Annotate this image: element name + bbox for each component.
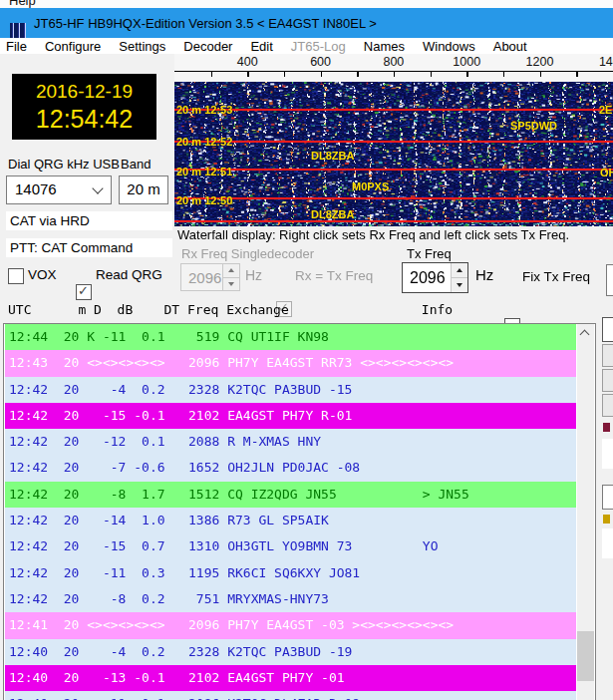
background-help-menu[interactable]: Help (0, 0, 613, 8)
scale-label: 1000 (453, 55, 480, 69)
waterfall-callsign-label: 20 m 12:51 (176, 166, 232, 177)
menu-file[interactable]: File (0, 39, 36, 54)
rx-freq-spinner: 2096 (180, 263, 240, 291)
cutoff-label-fragment (603, 423, 610, 432)
cutoff-button[interactable] (602, 317, 613, 342)
cutoff-field[interactable] (602, 439, 613, 469)
tx-spin-buttons[interactable] (451, 263, 467, 292)
decode-row[interactable]: 12:42 20 -15 -0.1 2102 EA4GST PH7Y R-01 (5, 403, 576, 429)
decode-row[interactable]: 12:42 20 -11 0.3 1195 RK6CI SQ6KXY JO81 (5, 560, 576, 586)
menu-settings[interactable]: Settings (110, 39, 174, 54)
waterfall-callsign-label: 2E0V (599, 104, 613, 116)
dial-qrg-combobox[interactable]: 14076 (6, 175, 112, 204)
vox-checkbox[interactable]: ✓ (8, 268, 24, 284)
rx-freq-label: Rx Freq Singledecoder (181, 246, 314, 261)
chevron-down-icon (92, 182, 103, 193)
cutoff-button[interactable] (606, 264, 613, 296)
scale-tick (503, 71, 505, 77)
scrollbar-up-button[interactable] (577, 324, 594, 341)
menu-edit[interactable]: Edit (241, 39, 281, 54)
menu-configure[interactable]: Configure (36, 39, 110, 54)
menu-names[interactable]: Names (355, 39, 414, 54)
spin-up-icon (457, 268, 462, 272)
titlebar: JT65-HF HB9HQX-Edition Version 3.5 < EA4… (0, 8, 613, 38)
app-icon (10, 23, 26, 39)
cutoff-field[interactable] (602, 528, 613, 558)
rx-freq-value: 2096 (188, 269, 221, 286)
tx-freq-spinner[interactable]: 2096 (402, 262, 468, 293)
waterfall-callsign-label: OH3 (600, 167, 613, 178)
frequency-scale: 400600800100012001400 (174, 54, 613, 82)
waterfall-callsign-label: DL8ZBA (311, 150, 354, 162)
menubar: File Configure Settings Decoder Edit JT6… (0, 38, 613, 54)
decode-row[interactable]: 12:42 20 -15 0.7 1310 OH3GTL YO9BMN 73 Y… (5, 533, 576, 559)
decode-row[interactable]: 12:41 20 <><><><><> 2096 PH7Y EA4GST -03… (5, 612, 576, 638)
tx-freq-value: 2096 (410, 269, 446, 287)
dial-qrg-label: Dial QRG kHz USB (8, 157, 120, 172)
decode-table-header: UTC m D dB DT Freq Exchange Info (8, 302, 453, 317)
help-menu-label: Help (9, 0, 36, 8)
spin-up-icon (228, 268, 234, 272)
decode-row[interactable]: 12:44 20 K -11 0.1 519 CQ UT1IF KN98 (5, 324, 576, 350)
decode-row[interactable]: 12:43 20 <><><><><> 2096 PH7Y EA4GST RR7… (5, 350, 576, 376)
tx-freq-label: Tx Freq (407, 246, 452, 261)
vertical-scrollbar[interactable] (577, 324, 594, 700)
waterfall-canvas[interactable] (174, 82, 613, 226)
decode-row[interactable]: 12:42 20 -8 0.2 751 MRYXMAS-HNY73 (5, 586, 576, 612)
rx-hz-unit: Hz (245, 267, 262, 283)
menu-windows[interactable]: Windows (414, 39, 484, 54)
scale-tick (211, 71, 213, 77)
waterfall-callsign-label: 20 m 12:53 (176, 104, 232, 116)
scale-tick (540, 71, 542, 77)
cutoff-label-fragment (603, 515, 610, 524)
decode-row[interactable]: 12:42 20 -4 0.2 2328 K2TQC PA3BUD -15 (5, 377, 576, 403)
decode-rows: 12:44 20 K -11 0.1 519 CQ UT1IF KN9812:4… (5, 324, 576, 700)
scale-label: 800 (383, 55, 404, 69)
scale-tick (247, 71, 249, 77)
decode-table: 12:44 20 K -11 0.1 519 CQ UT1IF KN9812:4… (3, 323, 596, 700)
scale-tick (466, 71, 468, 77)
utc-clock: 2016-12-19 12:54:42 (12, 74, 156, 140)
decode-row[interactable]: 12:40 20 -13 -0.1 2102 EA4GST PH7Y -01 (5, 665, 576, 691)
decode-row[interactable]: 12:40 20 -4 0.2 2328 K2TQC PA3BUD -19 (5, 639, 576, 665)
waterfall-display[interactable]: 20 m 12:532E0VSP5DWD20 m 12:52DL8ZBA20 m… (174, 82, 613, 226)
window-title: JT65-HF HB9HQX-Edition Version 3.5 < EA4… (34, 8, 377, 38)
cutoff-button[interactable] (602, 394, 613, 417)
spin-down-icon (457, 283, 462, 287)
band-label: Band (121, 157, 151, 172)
menu-decoder[interactable]: Decoder (174, 39, 241, 54)
band-value[interactable]: 20 m (119, 175, 168, 204)
scale-label: 1200 (526, 55, 554, 69)
cat-status: CAT via HRD (6, 211, 172, 230)
menu-about[interactable]: About (484, 39, 536, 54)
menu-jt65-log: JT65-Log (282, 39, 355, 54)
decode-row[interactable]: 12:42 20 -8 1.7 1512 CQ IZ2QDG JN55 > JN… (5, 482, 576, 508)
cutoff-button[interactable] (602, 344, 613, 367)
fix-tx-freq-label: Fix Tx Freq (522, 269, 590, 284)
waterfall-callsign-label: 20 m 12:52 (176, 136, 232, 148)
spin-down-icon (228, 282, 234, 286)
scale-label: 600 (310, 55, 331, 69)
waterfall-callsign-label: DL8ZBA (311, 208, 354, 220)
scale-tick (394, 71, 396, 77)
scale-tick (431, 71, 433, 77)
decode-row[interactable]: 12:40 20 -11 0.1 2086 K2TQC DL4ZAB R-08 (5, 691, 576, 700)
chevron-up-icon (580, 330, 590, 340)
read-qrg-checkbox[interactable]: ✓ (76, 284, 92, 300)
ptt-status: PTT: CAT Command (6, 238, 172, 257)
scale-tick (284, 71, 286, 77)
rx-eq-tx-label: Rx = Tx Freq (295, 268, 373, 283)
waterfall-callsign-label: M0PXS (352, 180, 389, 192)
decode-row[interactable]: 12:42 20 -12 0.1 2088 R M-XMAS HNY (5, 429, 576, 455)
rx-spin-buttons (222, 264, 239, 290)
decode-row[interactable]: 12:42 20 -7 -0.6 1652 OH2JLN PD0JAC -08 (5, 455, 576, 481)
decode-row[interactable]: 12:42 20 -14 1.0 1386 R73 GL SP5AIK (5, 508, 576, 533)
cutoff-button[interactable] (602, 369, 613, 392)
scale-tick (576, 71, 578, 77)
scale-tick (321, 71, 323, 77)
scale-label: 400 (237, 55, 258, 69)
cutoff-button[interactable] (602, 485, 613, 510)
waterfall-callsign-label: 20 m 12:50 (176, 194, 232, 206)
scrollbar-thumb[interactable] (577, 631, 594, 681)
scale-label: 1400 (599, 55, 613, 69)
